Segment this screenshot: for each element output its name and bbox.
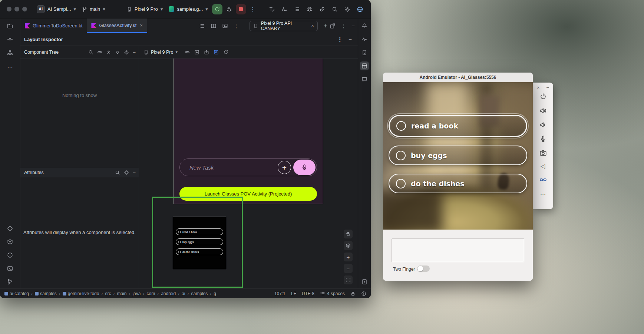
glasses-screen-preview[interactable]: read a book buy eggs do the dishes (173, 217, 226, 269)
hide-tree-icon[interactable]: − (133, 50, 136, 55)
search-icon[interactable] (115, 170, 120, 175)
encoding-widget[interactable]: UTF-8 (302, 291, 314, 296)
logcat-icon[interactable] (291, 4, 303, 15)
notifications-bell-icon[interactable] (360, 21, 369, 30)
breadcrumb-item[interactable]: samples (35, 291, 57, 296)
volume-up-icon[interactable] (539, 107, 547, 114)
terminal-icon[interactable] (6, 264, 14, 273)
project-widget[interactable]: AI AI Sampl... ▾ (34, 3, 79, 15)
add-task-button[interactable]: + (278, 161, 291, 174)
tab-glassesactivity[interactable]: GlassesActivity.kt × (87, 19, 147, 33)
structure-icon[interactable] (6, 48, 14, 57)
emulator-minimize-icon[interactable]: − (546, 85, 549, 90)
file-lock-icon[interactable] (350, 291, 356, 296)
search-everywhere-icon[interactable] (329, 4, 340, 15)
services-icon[interactable] (6, 224, 14, 233)
pan-hand-icon[interactable] (344, 230, 353, 238)
minimize-panel-icon[interactable]: − (349, 37, 352, 42)
breadcrumb-item[interactable]: ai (182, 291, 185, 296)
zoom-in-icon[interactable]: + (344, 253, 353, 261)
volume-down-icon[interactable] (539, 121, 547, 128)
view-options-kebab-icon[interactable]: ⋮ (234, 23, 239, 29)
profile-globe-icon[interactable] (354, 4, 366, 15)
emulator-close-icon[interactable]: × (537, 85, 540, 90)
live-updates-toggle-icon[interactable] (214, 50, 219, 55)
hide-panel-icon[interactable]: − (351, 23, 355, 29)
view-options-eye-icon[interactable] (185, 50, 190, 55)
build-icon[interactable] (6, 237, 14, 246)
3d-layers-icon[interactable] (344, 241, 353, 250)
live-edit-icon[interactable] (266, 4, 277, 15)
power-button-icon[interactable] (539, 93, 547, 100)
snapshot-export-icon[interactable] (204, 50, 209, 55)
running-device-tab[interactable]: Pixel 9 Pro API CANARY × (250, 21, 318, 31)
device-manager-icon[interactable] (360, 48, 369, 57)
breadcrumb-item[interactable]: samples (191, 291, 208, 296)
cursor-position-widget[interactable]: 107:1 (274, 291, 285, 296)
phone-screen-preview[interactable]: New Task + Launch Glasses POV Activity (… (174, 59, 323, 204)
breadcrumb-item[interactable]: ai-catalog (4, 291, 29, 296)
todo-item[interactable]: do the dishes (389, 174, 527, 193)
refresh-icon[interactable] (223, 50, 228, 55)
split-view-icon[interactable] (211, 23, 217, 29)
emulator-titlebar[interactable]: Android Emulator - AI_Glasses:5556 (383, 73, 533, 82)
breadcrumb-item[interactable]: java (132, 291, 141, 296)
todo-item-mini[interactable]: read a book (176, 228, 223, 235)
stop-button[interactable] (236, 4, 246, 14)
breadcrumb-item[interactable]: com (146, 291, 155, 296)
breadcrumb-item[interactable]: g (214, 291, 216, 296)
device-pairing-icon[interactable] (317, 4, 328, 15)
collapse-all-icon[interactable] (106, 50, 111, 55)
device-options-kebab-icon[interactable]: ⋮ (341, 23, 346, 29)
open-in-new-window-icon[interactable] (330, 23, 336, 29)
indent-widget[interactable]: 4 spaces (320, 291, 345, 296)
voice-input-button[interactable] (293, 160, 316, 175)
gear-icon[interactable] (124, 50, 129, 55)
search-icon[interactable] (88, 50, 93, 55)
expand-all-icon[interactable] (115, 50, 120, 55)
profiler-icon[interactable] (360, 35, 369, 44)
vcs-branch-widget[interactable]: main ▾ (79, 4, 108, 14)
settings-gear-icon[interactable] (342, 4, 353, 15)
run-config-selector[interactable]: samples.g... ▾ (166, 4, 211, 14)
tab-glimmertodoscreen[interactable]: GlimmerToDoScreen.kt (20, 19, 87, 33)
inspections-status-icon[interactable] (361, 291, 366, 296)
preview-device-selector[interactable]: Pixel 9 Pro ▾ (143, 50, 178, 55)
line-ending-widget[interactable]: LF (291, 291, 296, 296)
close-device-tab-icon[interactable]: × (311, 23, 314, 28)
launch-glasses-button[interactable]: Launch Glasses POV Activity (Projected) (179, 187, 317, 201)
app-inspection-icon[interactable] (304, 4, 315, 15)
todo-item-mini[interactable]: buy eggs (176, 238, 223, 245)
two-finger-toggle[interactable] (417, 265, 430, 272)
snapshot-import-icon[interactable] (194, 50, 199, 55)
zoom-window-button[interactable] (22, 7, 27, 11)
zoom-out-icon[interactable]: − (344, 264, 353, 273)
rerun-button[interactable] (212, 4, 222, 14)
breadcrumb-item[interactable]: android (161, 291, 176, 296)
screenshot-view-icon[interactable] (222, 23, 228, 29)
breadcrumb-item[interactable]: src (105, 291, 111, 296)
device-preview-canvas[interactable]: New Task + Launch Glasses POV Activity (… (139, 59, 358, 288)
debug-button[interactable] (224, 4, 235, 15)
zoom-to-fit-icon[interactable] (344, 275, 353, 284)
add-device-tab-icon[interactable]: + (321, 21, 330, 30)
ui-check-icon[interactable] (279, 4, 290, 15)
panel-options-kebab-icon[interactable]: ⋮ (337, 37, 343, 42)
problems-icon[interactable] (6, 251, 14, 260)
minimize-window-button[interactable] (14, 7, 19, 11)
close-window-button[interactable] (7, 7, 11, 11)
glasses-mode-icon[interactable] (539, 176, 547, 183)
more-options-icon[interactable]: … (540, 190, 546, 196)
more-tool-windows-icon[interactable]: … (6, 61, 14, 70)
todo-item-mini[interactable]: do the dishes (176, 248, 223, 255)
camera-icon[interactable] (539, 149, 547, 157)
view-list-icon[interactable] (199, 23, 205, 29)
trackpad-area[interactable] (392, 238, 524, 262)
visibility-eye-icon[interactable] (97, 50, 102, 55)
close-tab-icon[interactable]: × (140, 23, 143, 28)
back-button-icon[interactable]: ◁ (541, 163, 545, 169)
new-task-field[interactable]: New Task + (179, 158, 317, 176)
assistant-chat-icon[interactable] (360, 75, 369, 84)
running-devices-icon[interactable] (360, 277, 369, 286)
todo-item[interactable]: read a book (389, 115, 527, 137)
